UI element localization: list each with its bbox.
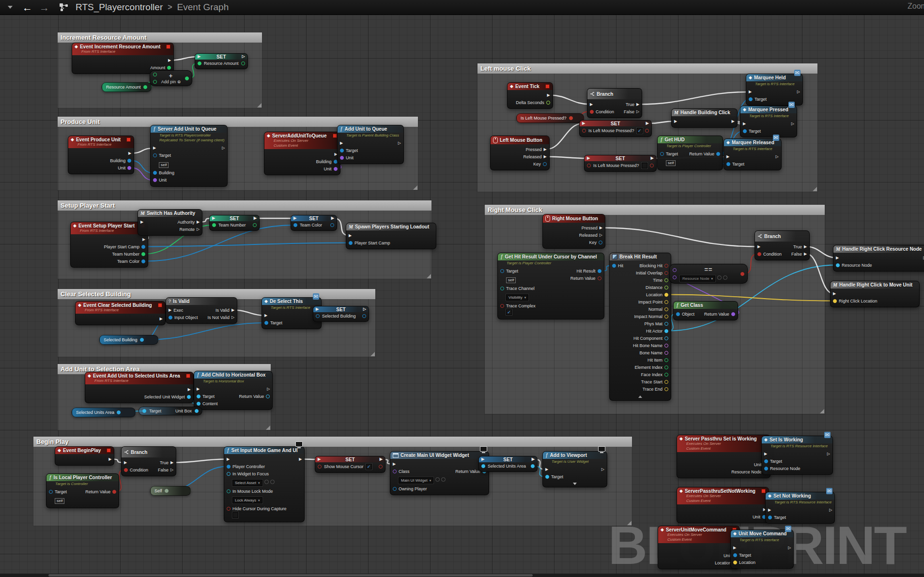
- exec-in-pin[interactable]: ▶: [318, 457, 321, 461]
- exec-in-pin[interactable]: ▶: [293, 216, 296, 220]
- team-color-in-pin[interactable]: [293, 223, 297, 227]
- true-pin[interactable]: ▶: [636, 103, 639, 106]
- player-controller-pin[interactable]: [227, 465, 231, 469]
- operator-node-equals[interactable]: ==Resource Node▾: [669, 264, 748, 284]
- exec-pin[interactable]: ▶: [169, 308, 171, 312]
- event-node-event-beginplay[interactable]: ◆Event BeginPlay▶: [55, 446, 114, 466]
- exec-pin[interactable]: ▶: [140, 220, 143, 224]
- back-button[interactable]: ←: [22, 2, 32, 13]
- func-node-add-child-to-horizontal-box[interactable]: ƒAdd Child to Horizontal BoxTarget is Ho…: [194, 371, 273, 410]
- selected-building-pin[interactable]: [140, 338, 144, 342]
- in-mouse-lock-mode-pin[interactable]: [227, 489, 231, 493]
- comment-header[interactable]: Right Mouse Click: [485, 205, 825, 215]
- exec-pin[interactable]: ▷: [398, 141, 401, 145]
- variable-pill-resource-amount[interactable]: Resource Amount: [102, 82, 152, 92]
- graph-canvas[interactable]: Increment Resource AmountProduce UnitSet…: [0, 0, 924, 577]
- use-selected-icon[interactable]: [264, 480, 269, 484]
- self-reference-tag[interactable]: self: [506, 277, 516, 283]
- macro-node-handle-right-click-resource-node[interactable]: MHandle Right Click Resource Node▶Resour…: [833, 245, 924, 272]
- time-pin[interactable]: [664, 278, 668, 282]
- hit-bone-name-pin[interactable]: [664, 344, 668, 348]
- false-pin[interactable]: ▶: [804, 252, 807, 256]
- cevent-node-serverunitmovecommand[interactable]: ◆ServerUnitMoveCommandExecutes On Server…: [658, 526, 740, 569]
- variable-pill-selected-building[interactable]: Selected Building: [99, 335, 158, 345]
- gfunc-node-get-hud[interactable]: ƒGet HUDTarget is Player ControllerTarge…: [657, 136, 723, 170]
- location-pin[interactable]: [733, 561, 737, 564]
- horizontal-scrollbar[interactable]: [0, 574, 924, 577]
- target-pin[interactable]: [142, 409, 146, 413]
- exec-pin[interactable]: ▷: [267, 387, 270, 391]
- unit-pin[interactable]: [340, 156, 344, 160]
- phys-mat-pin[interactable]: [664, 322, 668, 326]
- selected-building-in-pin[interactable]: [316, 314, 320, 318]
- resize-handle[interactable]: [413, 185, 417, 190]
- branch-node-branch[interactable]: Branch▶ConditionTrue▶False▷: [587, 88, 642, 118]
- set-node-selected-building[interactable]: ▶SET▷Selected Building: [313, 306, 369, 322]
- plain-node-break-hit-result[interactable]: Break Hit ResultHitBlocking HitInitial O…: [609, 253, 671, 401]
- trace-complex-pin[interactable]: [500, 304, 504, 308]
- exec-pin[interactable]: ▶: [768, 508, 771, 512]
- gfunc-node-get-class[interactable]: ƒGet ClassObjectReturn Value: [673, 301, 738, 320]
- amount-pin[interactable]: [167, 66, 171, 70]
- exec-pin[interactable]: ▶: [732, 120, 735, 123]
- msg-node-marquee-released[interactable]: ◆Marquee ReleasedTarget is RTS Interface…: [724, 138, 782, 170]
- target-pin[interactable]: [733, 553, 737, 557]
- unit-pin[interactable]: [153, 178, 157, 182]
- func-node-add-to-viewport[interactable]: ƒAdd to ViewportTarget is User Widget▶Ta…: [542, 451, 607, 487]
- macro-node-handle-building-click[interactable]: MHandle Building Click▶▶: [671, 108, 738, 128]
- exec-pin[interactable]: ▶: [124, 461, 127, 465]
- gfunc-node-is-local-player-controller[interactable]: ƒIs Local Player ControllerTarget is Con…: [46, 473, 119, 508]
- event-node-event-add-unit-to-selected-units-area[interactable]: ◆Event Add Unit to Selected Units AreaFr…: [85, 372, 194, 403]
- selected-units-area-pin[interactable]: [117, 410, 121, 414]
- return-value-pin[interactable]: [266, 395, 270, 398]
- element-index-pin[interactable]: [664, 365, 668, 369]
- target-pin[interactable]: [153, 153, 157, 157]
- is-left-mouse-pressed-in-pin[interactable]: [587, 164, 591, 167]
- exec-in-pin[interactable]: ▶: [587, 156, 590, 160]
- is-left-mouse-pressed-out-pin[interactable]: [650, 164, 654, 167]
- branch-node-branch[interactable]: Branch▶ConditionTrue▶False▶: [755, 230, 810, 260]
- dropdown-select[interactable]: Main UI Widget▾: [399, 477, 433, 484]
- return-value-pin[interactable]: [731, 312, 735, 316]
- hit-item-pin[interactable]: [664, 358, 668, 362]
- exec-pin[interactable]: ▶: [168, 59, 171, 62]
- remote-pin[interactable]: ▷: [197, 228, 200, 231]
- asset-picker-icons[interactable]: [264, 480, 275, 484]
- target-pin[interactable]: [768, 516, 772, 519]
- is-valid-pin[interactable]: ▶: [231, 308, 234, 312]
- variable-pill-is-left-mouse-pressed[interactable]: Is Left Mouse Pressed?: [516, 113, 584, 123]
- target-pin[interactable]: [764, 459, 768, 463]
- exec-in-pin[interactable]: ▶: [481, 457, 484, 461]
- true-pin[interactable]: ▶: [804, 245, 807, 249]
- blocking-hit-pin[interactable]: [664, 264, 668, 268]
- condition-pin[interactable]: [757, 252, 761, 256]
- exec-pin[interactable]: ▶: [764, 452, 767, 456]
- browse-icon[interactable]: [270, 480, 275, 484]
- breadcrumb-asset-name[interactable]: RTS_Playercontroller: [76, 2, 163, 13]
- use-selected-icon[interactable]: [435, 477, 440, 482]
- msg-node-set-is-working[interactable]: ◆Set Is WorkingTarget is RTS Resource In…: [761, 436, 833, 475]
- return-value-pin[interactable]: [598, 276, 601, 280]
- msg-node-set-not-working[interactable]: ◆Set Not WorkingTarget is RTS Resource I…: [765, 492, 835, 524]
- trace-channel-pin[interactable]: [500, 287, 504, 290]
- exec-pin[interactable]: ▶: [159, 317, 162, 321]
- forward-button[interactable]: →: [39, 2, 49, 13]
- exec-pin[interactable]: ▶: [264, 314, 267, 318]
- browse-icon[interactable]: [441, 477, 446, 482]
- exec-pin[interactable]: ▷: [222, 146, 225, 150]
- operand-pin[interactable]: [673, 268, 677, 272]
- building-pin[interactable]: [127, 159, 131, 163]
- checkbox-unchecked[interactable]: [642, 163, 647, 168]
- exec-pin[interactable]: ▶: [749, 90, 752, 94]
- operand-pin[interactable]: [153, 80, 157, 84]
- resize-handle[interactable]: [257, 103, 262, 107]
- exec-out-pin[interactable]: ▶: [254, 216, 257, 220]
- exec-out-pin[interactable]: ▷: [242, 55, 245, 59]
- exec-out-pin[interactable]: ▶: [331, 216, 334, 220]
- exec-pin[interactable]: ▶: [393, 462, 396, 466]
- initial-overlap-pin[interactable]: [664, 271, 668, 275]
- exec-out-pin[interactable]: ▶: [380, 457, 383, 461]
- condition-pin[interactable]: [124, 468, 128, 472]
- right-click-location-pin[interactable]: [833, 299, 837, 303]
- target-pin[interactable]: [545, 475, 549, 479]
